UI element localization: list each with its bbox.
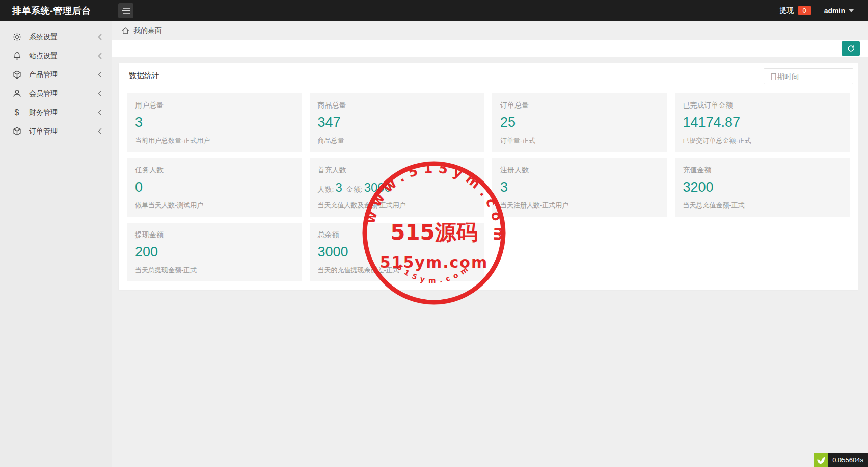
sidebar-item-product-management[interactable]: 产品管理: [0, 65, 112, 84]
user-icon: [12, 89, 21, 98]
stat-card-task-users: 任务人数 0 做单当天人数-测试用户: [127, 158, 302, 217]
gear-icon: [12, 33, 21, 42]
panel-title: 数据统计: [129, 71, 159, 80]
value-label: 金额:: [346, 185, 363, 193]
card-value: 3: [135, 115, 294, 131]
sidebar-item-label: 产品管理: [29, 70, 98, 80]
breadcrumb: 我的桌面: [112, 21, 868, 40]
card-desc: 当天总提现金额-正式: [135, 266, 294, 275]
card-value: 14174.87: [683, 115, 842, 131]
chevron-left-icon: [98, 90, 102, 97]
card-desc: 已提交订单总金额-正式: [683, 136, 842, 145]
card-desc: 商品总量: [318, 136, 477, 145]
stat-card-recharge-amount: 充值金额 3200 当天总充值金额-正式: [675, 158, 850, 217]
home-icon: [121, 27, 129, 35]
card-title: 用户总量: [135, 101, 294, 110]
breadcrumb-item[interactable]: 我的桌面: [133, 26, 162, 35]
card-value: 347: [318, 115, 477, 131]
card-title: 提现金额: [135, 230, 294, 240]
sidebar-item-label: 站点设置: [29, 51, 98, 61]
card-title: 充值金额: [683, 166, 842, 175]
chevron-left-icon: [98, 53, 102, 59]
withdraw-nav-item[interactable]: 提现 0: [780, 6, 811, 15]
stat-card-first-recharge: 首充人数 人数:3金额:3000 当天充值人数及金额-正式用户: [310, 158, 485, 217]
stats-panel: 数据统计 用户总量 3 当前用户总数量-正式用户 商品总量 347 商品总量 订…: [119, 63, 858, 290]
sidebar-item-site-settings[interactable]: 站点设置: [0, 46, 112, 65]
thinkphp-leaf-icon[interactable]: [814, 453, 828, 467]
card-title: 订单总量: [500, 101, 659, 110]
card-value: 0: [135, 179, 294, 195]
card-title: 总余额: [318, 230, 477, 240]
sidebar-item-label: 会员管理: [29, 89, 98, 98]
chevron-left-icon: [98, 34, 102, 40]
dollar-icon: $: [12, 108, 21, 117]
card-title: 任务人数: [135, 166, 294, 175]
sidebar-item-finance-management[interactable]: $ 财务管理: [0, 103, 112, 122]
card-title: 首充人数: [318, 166, 477, 175]
sidebar-item-label: 系统设置: [29, 33, 98, 42]
app-title: 排单系统-管理后台: [0, 5, 112, 17]
sidebar-item-system-settings[interactable]: 系统设置: [0, 28, 112, 46]
panel-header: 数据统计: [119, 63, 858, 87]
runtime-badge: 0.055604s: [814, 453, 868, 467]
stat-card-completed-order-amount: 已完成订单金额 14174.87 已提交订单总金额-正式: [675, 93, 850, 152]
stat-card-orders-total: 订单总量 25 订单量-正式: [492, 93, 667, 152]
main-area: 我的桌面 数据统计 用户总量 3 当前用户总数量-正式用户 商品总量 347 商…: [112, 21, 868, 467]
bell-icon: [12, 51, 21, 61]
cube-icon: [12, 70, 21, 80]
card-desc: 当天总充值金额-正式: [683, 201, 842, 210]
sidebar-item-label: 财务管理: [29, 108, 98, 117]
sidebar-item-label: 订单管理: [29, 127, 98, 136]
sidebar-item-order-management[interactable]: 订单管理: [0, 122, 112, 141]
refresh-icon: [847, 44, 855, 53]
sidebar-item-member-management[interactable]: 会员管理: [0, 84, 112, 103]
cube-icon: [12, 127, 21, 136]
stat-card-withdraw-amount: 提现金额 200 当天总提现金额-正式: [127, 223, 302, 281]
card-desc: 做单当天人数-测试用户: [135, 201, 294, 210]
hamburger-icon: [122, 7, 130, 14]
card-value: 人数:3金额:3000: [318, 179, 477, 195]
value-label: 人数:: [318, 185, 334, 193]
date-time-input[interactable]: [764, 68, 853, 84]
chevron-down-icon: [849, 9, 854, 12]
card-value: 3200: [683, 179, 842, 195]
card-title: 注册人数: [500, 166, 659, 175]
sidebar: 系统设置 站点设置 产品管理: [0, 21, 112, 467]
card-value: 3000: [318, 244, 477, 260]
card-desc: 当天充值人数及金额-正式用户: [318, 201, 477, 210]
stats-cards-grid: 用户总量 3 当前用户总数量-正式用户 商品总量 347 商品总量 订单总量 2…: [119, 87, 858, 290]
value-number: 3: [335, 180, 342, 194]
withdraw-label: 提现: [780, 6, 794, 15]
card-value: 200: [135, 244, 294, 260]
stat-card-registered-users: 注册人数 3 当天注册人数-正式用户: [492, 158, 667, 217]
card-title: 商品总量: [318, 101, 477, 110]
chevron-left-icon: [98, 71, 102, 78]
stat-card-total-balance: 总余额 3000 当天的充值提现余额差-正式: [310, 223, 485, 281]
runtime-time: 0.055604s: [828, 453, 868, 467]
menu-toggle-button[interactable]: [118, 3, 133, 18]
card-value: 25: [500, 115, 659, 131]
withdraw-count-badge: 0: [798, 6, 811, 15]
card-title: 已完成订单金额: [683, 101, 842, 110]
tab-bar: [112, 40, 868, 57]
refresh-button[interactable]: [842, 41, 860, 56]
value-number: 3000: [364, 180, 391, 194]
card-desc: 当前用户总数量-正式用户: [135, 136, 294, 145]
user-menu[interactable]: admin: [824, 7, 854, 15]
card-desc: 当天的充值提现余额差-正式: [318, 266, 477, 275]
chevron-left-icon: [98, 109, 102, 116]
stat-card-users-total: 用户总量 3 当前用户总数量-正式用户: [127, 93, 302, 152]
card-value: 3: [500, 179, 659, 195]
card-desc: 当天注册人数-正式用户: [500, 201, 659, 210]
chevron-left-icon: [98, 128, 102, 135]
card-desc: 订单量-正式: [500, 136, 659, 145]
username: admin: [824, 7, 845, 15]
stat-card-products-total: 商品总量 347 商品总量: [310, 93, 485, 152]
topbar: 排单系统-管理后台 提现 0 admin: [0, 0, 868, 21]
